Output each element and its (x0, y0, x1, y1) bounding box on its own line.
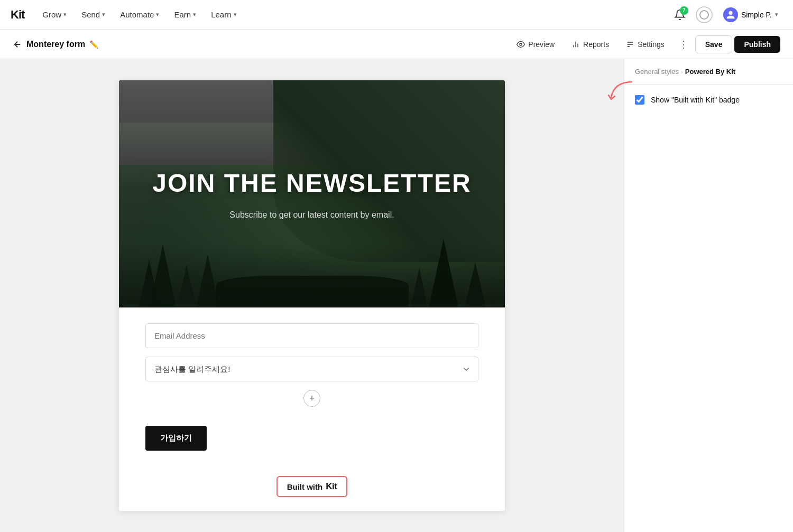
settings-label: Settings (638, 40, 665, 49)
settings-icon (626, 40, 634, 49)
center-content: JOIN THE NEWSLETTER Subscribe to get our… (0, 59, 624, 532)
form-preview-card: JOIN THE NEWSLETTER Subscribe to get our… (119, 80, 505, 511)
nav-learn-label: Learn (211, 10, 231, 19)
chevron-down-icon: ▾ (775, 11, 778, 18)
chevron-down-icon: ▾ (234, 11, 237, 18)
panel-breadcrumb: General styles › Powered By Kit (624, 59, 793, 85)
status-indicator (696, 6, 713, 23)
breadcrumb-general-styles[interactable]: General styles (635, 68, 679, 76)
add-field-button[interactable]: + (303, 390, 320, 407)
nav-right: 7 Simple P. ▾ (670, 5, 782, 24)
back-button[interactable]: Monterey form (13, 40, 85, 49)
back-arrow-icon (13, 40, 22, 49)
main-layout: JOIN THE NEWSLETTER Subscribe to get our… (0, 59, 793, 532)
chevron-down-icon: ▾ (63, 11, 67, 18)
profile-menu[interactable]: Simple P. ▾ (719, 5, 782, 24)
form-hero-title: JOIN THE NEWSLETTER (152, 169, 471, 198)
sub-nav-right: Preview Reports Settings ⋮ Save Publish (509, 35, 780, 54)
nav-learn[interactable]: Learn ▾ (206, 7, 242, 22)
right-panel: General styles › Powered By Kit Show "Bu… (624, 59, 793, 532)
nav-grow-label: Grow (42, 10, 61, 19)
preview-label: Preview (528, 40, 555, 49)
settings-button[interactable]: Settings (619, 36, 672, 53)
form-body: 관심사를 알려주세요! + 가입하기 Built with Kit (119, 307, 505, 511)
form-title: Monterey form (26, 40, 85, 49)
chevron-down-icon: ▾ (102, 11, 105, 18)
chart-icon (571, 40, 580, 49)
breadcrumb-chevron-icon: › (681, 69, 683, 75)
edit-icon[interactable]: ✏️ (87, 38, 100, 51)
chevron-down-icon: ▾ (193, 11, 196, 18)
notifications-button[interactable]: 7 (670, 5, 689, 24)
reports-label: Reports (583, 40, 609, 49)
logo[interactable]: Kit (11, 8, 24, 22)
chevron-down-icon: ▾ (156, 11, 159, 18)
submit-button[interactable]: 가입하기 (145, 426, 207, 451)
nav-send[interactable]: Send ▾ (76, 7, 110, 22)
notification-badge: 7 (680, 6, 688, 15)
nav-grow[interactable]: Grow ▾ (37, 7, 72, 22)
nav-automate[interactable]: Automate ▾ (115, 7, 164, 22)
form-hero: JOIN THE NEWSLETTER Subscribe to get our… (119, 80, 505, 307)
nav-earn-label: Earn (174, 10, 191, 19)
breadcrumb-current: Powered By Kit (685, 68, 735, 76)
built-with-text: Built with (287, 482, 323, 491)
panel-content: Show "Built with Kit" badge (624, 85, 793, 115)
avatar (723, 7, 738, 22)
eye-icon (517, 40, 525, 49)
sub-nav: Monterey form ✏️ Preview Reports Setting… (0, 30, 793, 59)
form-hero-subtitle: Subscribe to get our latest content by e… (229, 210, 394, 220)
kit-logo-in-badge: Kit (326, 481, 337, 492)
show-badge-label[interactable]: Show "Built with Kit" badge (651, 96, 740, 104)
profile-name: Simple P. (741, 11, 772, 19)
more-options-button[interactable]: ⋮ (674, 35, 693, 54)
publish-button[interactable]: Publish (734, 36, 780, 53)
preview-button[interactable]: Preview (509, 36, 562, 53)
interest-dropdown[interactable]: 관심사를 알려주세요! (145, 357, 478, 381)
nav-automate-label: Automate (120, 10, 154, 19)
show-badge-toggle-row: Show "Built with Kit" badge (635, 95, 782, 105)
svg-point-0 (520, 43, 522, 45)
nav-earn[interactable]: Earn ▾ (169, 7, 201, 22)
built-with-kit-badge[interactable]: Built with Kit (276, 476, 348, 497)
email-field[interactable] (145, 323, 478, 348)
nav-send-label: Send (81, 10, 100, 19)
reports-button[interactable]: Reports (564, 36, 616, 53)
save-button[interactable]: Save (695, 35, 733, 53)
show-badge-checkbox[interactable] (635, 95, 644, 105)
top-nav: Kit Grow ▾ Send ▾ Automate ▾ Earn ▾ Lear… (0, 0, 793, 30)
